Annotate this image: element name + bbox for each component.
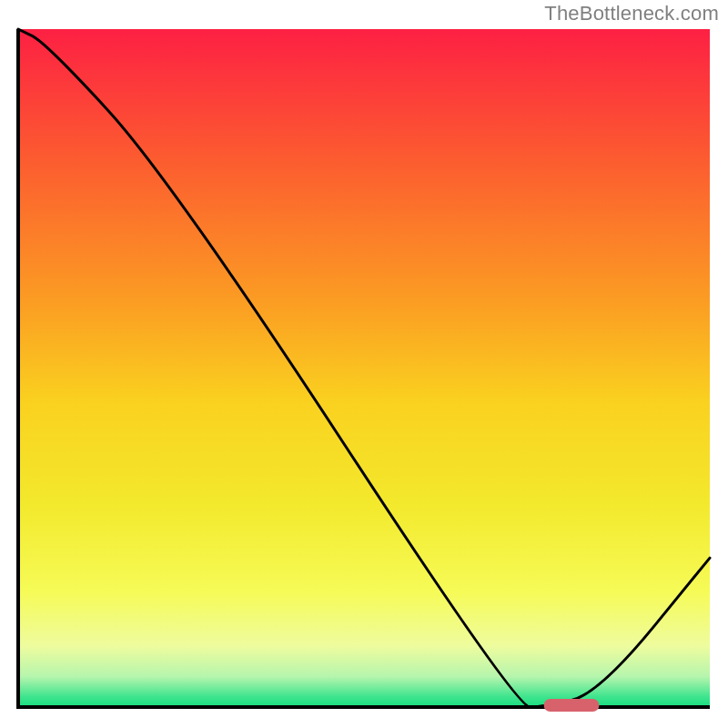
gradient-background: [18, 29, 710, 707]
chart-canvas: [0, 0, 728, 728]
optimal-range-marker: [544, 699, 600, 712]
bottleneck-chart: [0, 0, 728, 728]
watermark-text: TheBottleneck.com: [544, 2, 719, 25]
